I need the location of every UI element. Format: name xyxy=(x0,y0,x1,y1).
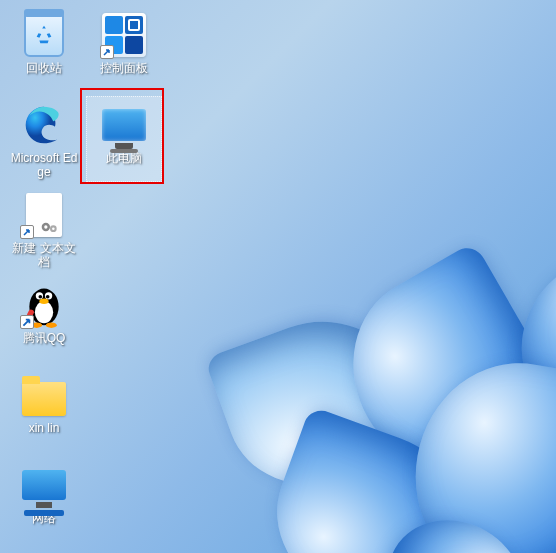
edge-icon xyxy=(20,101,68,149)
this-pc-icon xyxy=(100,101,148,149)
desktop-icon-edge[interactable]: Microsoft Edge xyxy=(6,96,82,182)
icon-label: Microsoft Edge xyxy=(8,151,80,179)
icon-label: 此电脑 xyxy=(106,151,142,165)
desktop-icon-network[interactable]: 网络 xyxy=(6,456,82,542)
desktop-icon-this-pc[interactable]: 此电脑 xyxy=(86,96,162,182)
network-icon xyxy=(20,461,68,509)
svg-point-9 xyxy=(46,295,50,299)
icon-label: 控制面板 xyxy=(100,61,148,75)
svg-point-8 xyxy=(39,295,43,299)
svg-point-12 xyxy=(46,322,57,328)
shortcut-arrow-icon xyxy=(20,225,34,239)
icon-label: xin lin xyxy=(29,421,60,435)
svg-point-1 xyxy=(44,225,47,228)
svg-point-3 xyxy=(52,227,55,230)
icon-label: 回收站 xyxy=(26,61,62,75)
folder-icon xyxy=(20,371,68,419)
wallpaper-bloom xyxy=(176,173,556,553)
qq-penguin-icon xyxy=(20,281,68,329)
icon-label: 新建 文本文档 xyxy=(8,241,80,269)
desktop-icon-folder-xinlin[interactable]: xin lin xyxy=(6,366,82,452)
control-panel-icon xyxy=(100,11,148,59)
desktop-icon-control-panel[interactable]: 控制面板 xyxy=(86,6,162,92)
desktop-icon-new-text-document[interactable]: 新建 文本文档 xyxy=(6,186,82,272)
text-document-icon xyxy=(20,191,68,239)
shortcut-arrow-icon xyxy=(20,315,34,329)
svg-point-5 xyxy=(35,301,53,323)
svg-point-10 xyxy=(39,299,48,305)
desktop-icon-recycle-bin[interactable]: 回收站 xyxy=(6,6,82,92)
recycle-bin-icon xyxy=(20,11,68,59)
desktop-icon-qq[interactable]: 腾讯QQ xyxy=(6,276,82,362)
shortcut-arrow-icon xyxy=(100,45,114,59)
desktop[interactable]: 回收站 控制面板 xyxy=(0,0,180,548)
